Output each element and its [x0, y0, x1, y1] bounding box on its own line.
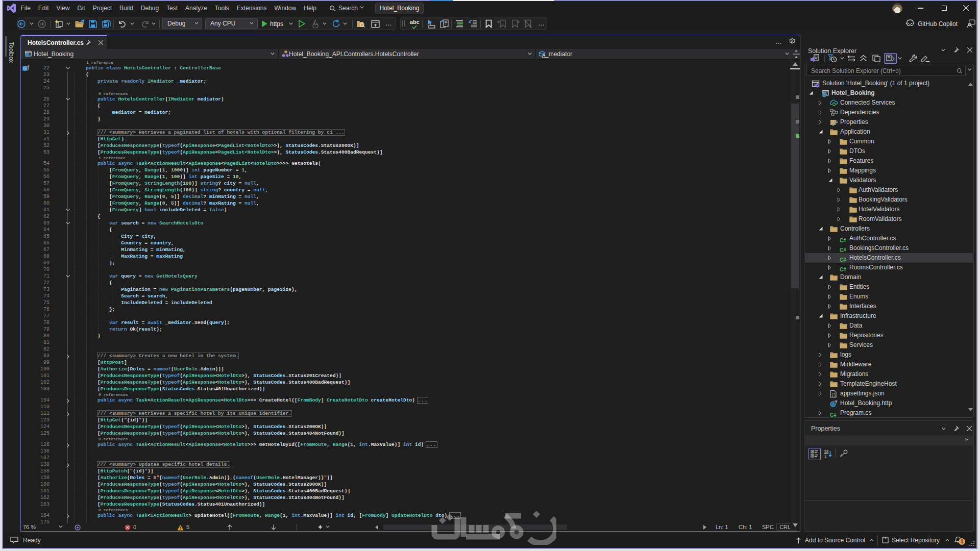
svg-text:{}: {}: [831, 392, 837, 397]
svg-text:Z: Z: [825, 455, 827, 458]
svg-text:A: A: [825, 450, 827, 454]
